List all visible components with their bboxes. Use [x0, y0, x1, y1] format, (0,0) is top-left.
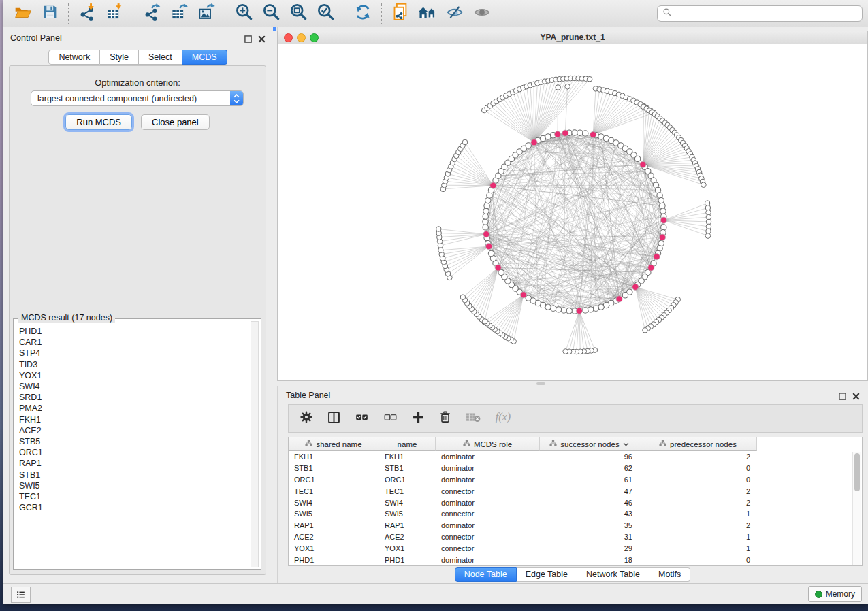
table-cell: connector [436, 510, 540, 518]
table-cell: dominator [436, 521, 540, 529]
mcds-result-item[interactable]: SRD1 [19, 392, 249, 403]
column-label: predecessor nodes [670, 440, 737, 448]
tab-mcds[interactable]: MCDS [182, 50, 227, 65]
float-panel-icon[interactable] [244, 33, 252, 46]
export-image-button[interactable] [193, 2, 220, 25]
column-header-name[interactable]: name [379, 437, 436, 451]
table-scrollbar-thumb[interactable] [854, 453, 860, 491]
memory-button[interactable]: Memory [808, 586, 862, 602]
mcds-result-item[interactable]: FKH1 [19, 414, 249, 425]
table-row[interactable]: YOX1YOX1connector291 [289, 542, 862, 554]
export-table-button[interactable] [165, 2, 193, 25]
table-cell: PHD1 [379, 556, 436, 564]
close-table-panel-icon[interactable] [852, 391, 860, 403]
column-header-predecessor-nodes[interactable]: predecessor nodes [639, 437, 757, 451]
mcds-result-item[interactable]: YOX1 [19, 370, 249, 381]
table-row[interactable]: FKH1FKH1dominator962 [289, 451, 862, 463]
deselect-all-rows-button[interactable] [383, 410, 398, 427]
table-tabs: Node TableEdge TableNetwork TableMotifs [277, 567, 868, 582]
mcds-result-item[interactable]: PMA2 [19, 403, 249, 414]
criterion-dropdown[interactable]: largest connected component (undirected) [31, 90, 244, 106]
column-header-shared-name[interactable]: shared name [289, 437, 379, 451]
tab-style[interactable]: Style [100, 50, 139, 65]
status-bar: Memory [3, 583, 868, 604]
toolbar-separator [381, 3, 382, 24]
table-cell: dominator [436, 452, 540, 461]
table-row[interactable]: TEC1TEC1connector472 [289, 485, 862, 497]
mcds-result-item[interactable]: TID3 [19, 359, 249, 370]
table-scrollbar[interactable] [852, 452, 861, 565]
table-cell: SWI5 [289, 510, 379, 518]
task-history-button[interactable] [11, 587, 31, 603]
tab-node-table[interactable]: Node Table [455, 567, 517, 582]
mcds-result-item[interactable]: CAR1 [19, 337, 249, 348]
mcds-result-item[interactable]: TEC1 [19, 491, 249, 502]
search-box[interactable] [657, 5, 863, 22]
table-row[interactable]: SWI4SWI4dominator462 [289, 497, 862, 508]
import-table-button[interactable] [101, 2, 128, 25]
column-header-MCDS-role[interactable]: MCDS role [436, 437, 540, 451]
zoom-in-button[interactable] [230, 2, 257, 25]
run-mcds-button[interactable]: Run MCDS [65, 114, 132, 130]
mcds-result-item[interactable]: ORC1 [19, 447, 249, 458]
zoom-fit-button[interactable] [285, 2, 312, 25]
tab-edge-table[interactable]: Edge Table [517, 567, 577, 582]
mcds-result-item[interactable]: STB1 [19, 469, 249, 480]
mcds-result-list[interactable]: PHD1CAR1STP4TID3YOX1SWI4SRD1PMA2FKH1ACE2… [16, 326, 249, 567]
close-panel-icon[interactable] [258, 33, 266, 46]
table-row[interactable]: SWI5SWI5connector431 [289, 508, 862, 520]
mcds-result-item[interactable]: STP4 [19, 348, 249, 359]
table-cell: YOX1 [379, 544, 436, 552]
result-list-scrollbar[interactable] [251, 321, 259, 567]
table-settings-button[interactable] [299, 410, 314, 427]
show-hidden-button[interactable] [468, 2, 496, 25]
close-panel-button[interactable]: Close panel [141, 114, 210, 130]
save-session-button[interactable] [36, 2, 63, 25]
mcds-result-item[interactable]: GCR1 [19, 502, 249, 513]
mcds-result-group: MCDS result (17 nodes) PHD1CAR1STP4TID3Y… [13, 318, 261, 570]
table-body: FKH1FKH1dominator962STB1STB1dominator620… [289, 451, 862, 565]
table-cell: dominator [436, 499, 540, 507]
toggle-panes-button[interactable] [327, 410, 341, 427]
table-row[interactable]: ACE2ACE2connector311 [289, 531, 862, 543]
tab-network-table[interactable]: Network Table [577, 567, 649, 582]
show-all-nodes-button[interactable] [414, 2, 441, 25]
search-input[interactable] [675, 8, 857, 19]
tab-network[interactable]: Network [48, 50, 100, 65]
column-header-successor-nodes[interactable]: successor nodes [540, 437, 639, 451]
mcds-result-item[interactable]: RAP1 [19, 458, 249, 469]
zoom-out-button[interactable] [257, 2, 285, 25]
delete-columns-button[interactable] [438, 410, 452, 427]
import-network-button[interactable] [74, 2, 101, 25]
tab-select[interactable]: Select [139, 50, 182, 65]
mcds-tab-content: Optimization criterion: largest connecte… [9, 65, 266, 575]
mcds-result-item[interactable]: SWI5 [19, 480, 249, 491]
hide-selected-button[interactable] [441, 2, 468, 25]
mcds-result-item[interactable]: PHD1 [19, 326, 249, 337]
optimization-criterion-label: Optimization criterion: [10, 78, 266, 88]
table-cell: STB1 [379, 464, 436, 472]
export-network-button[interactable] [138, 2, 165, 25]
zoom-selected-button[interactable] [312, 2, 339, 25]
select-all-rows-button[interactable] [354, 410, 370, 427]
network-document-button[interactable] [387, 2, 414, 25]
table-row[interactable]: PHD1PHD1dominator180 [289, 554, 862, 565]
network-canvas[interactable] [278, 44, 867, 380]
mcds-result-item[interactable]: ACE2 [19, 425, 249, 436]
network-graph[interactable] [278, 44, 867, 380]
create-column-button[interactable] [411, 410, 425, 427]
float-table-panel-icon[interactable] [839, 391, 846, 403]
open-session-button[interactable] [9, 2, 36, 25]
mcds-result-item[interactable]: SWI4 [19, 381, 249, 392]
table-cell: 0 [639, 556, 757, 564]
mcds-result-item[interactable]: STB5 [19, 436, 249, 447]
network-window-titlebar[interactable]: YPA_prune.txt_1 [278, 31, 867, 44]
table-cell: 62 [540, 464, 639, 472]
table-row[interactable]: RAP1RAP1dominator352 [289, 520, 862, 531]
apply-layout-button[interactable] [349, 2, 376, 25]
tab-motifs[interactable]: Motifs [649, 567, 690, 582]
table-row[interactable]: ORC1ORC1dominator610 [289, 474, 862, 486]
horizontal-splitter[interactable] [277, 381, 868, 386]
control-panel-tabs: NetworkStyleSelectMCDS [3, 50, 272, 65]
table-row[interactable]: STB1STB1dominator620 [289, 463, 862, 474]
